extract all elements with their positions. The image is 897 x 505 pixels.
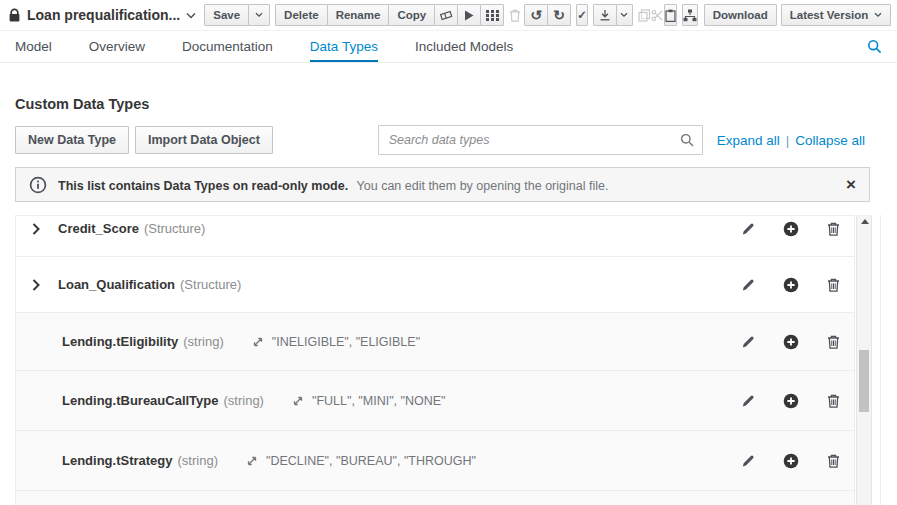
tab-search-icon[interactable] bbox=[867, 31, 882, 62]
delete-trash-icon[interactable] bbox=[827, 454, 840, 468]
save-button[interactable]: Save bbox=[204, 4, 249, 26]
data-type-kind: (string) bbox=[178, 453, 218, 468]
list-controls: New Data Type Import Data Object Expand … bbox=[15, 125, 865, 155]
add-plus-circle-icon[interactable] bbox=[783, 393, 799, 409]
constraint-arrows-icon bbox=[292, 395, 304, 407]
edit-pencil-icon[interactable] bbox=[741, 454, 755, 468]
new-data-type-button[interactable]: New Data Type bbox=[15, 126, 129, 154]
data-type-name: Credit_Score bbox=[58, 221, 139, 236]
data-type-kind: (string) bbox=[224, 393, 264, 408]
download-button[interactable]: Download bbox=[704, 4, 777, 26]
sitemap-icon[interactable] bbox=[682, 4, 698, 26]
edit-pencil-icon[interactable] bbox=[741, 335, 755, 349]
data-type-row-teligibility: Lending.tEligibility (string) "INELIGIBL… bbox=[16, 313, 854, 371]
data-type-name: Lending.tStrategy bbox=[62, 453, 173, 468]
add-plus-circle-icon[interactable] bbox=[783, 453, 799, 469]
redo-icon[interactable]: ↻ bbox=[547, 4, 571, 26]
alert-bold-text: This list contains Data Types on read-on… bbox=[58, 179, 348, 193]
expand-all-link[interactable]: Expand all bbox=[717, 133, 780, 148]
data-type-kind: (string) bbox=[183, 334, 223, 349]
cut-scissors-icon[interactable] bbox=[651, 4, 664, 26]
vertical-scrollbar[interactable] bbox=[856, 215, 872, 505]
chevron-right-icon[interactable] bbox=[32, 223, 44, 235]
constraint-arrows-icon bbox=[252, 336, 264, 348]
undo-icon[interactable]: ↺ bbox=[524, 4, 548, 26]
edit-pencil-icon[interactable] bbox=[741, 222, 755, 236]
delete-trash-icon[interactable] bbox=[827, 278, 840, 292]
row-actions bbox=[741, 277, 840, 293]
import-data-object-button[interactable]: Import Data Object bbox=[135, 126, 273, 154]
validate-eraser-icon[interactable] bbox=[434, 4, 458, 26]
document-title-group: Loan prequalification... bbox=[8, 7, 196, 23]
data-type-kind: (Structure) bbox=[180, 277, 241, 292]
constraint: "INELIGIBLE", "ELIGIBLE" bbox=[252, 335, 420, 349]
delete-button[interactable]: Delete bbox=[275, 4, 328, 26]
tab-overview[interactable]: Overview bbox=[89, 31, 145, 62]
row-actions bbox=[741, 221, 840, 237]
data-type-kind: (Structure) bbox=[144, 221, 205, 236]
tab-documentation[interactable]: Documentation bbox=[182, 31, 273, 62]
version-chevron-icon bbox=[874, 12, 882, 18]
add-plus-circle-icon[interactable] bbox=[783, 221, 799, 237]
data-type-row-tstrategy: Lending.tStrategy (string) "DECLINE", "B… bbox=[16, 431, 854, 491]
tab-model[interactable]: Model bbox=[15, 31, 52, 62]
collapse-all-link[interactable]: Collapse all bbox=[795, 133, 865, 148]
expand-collapse-links: Expand all|Collapse all bbox=[717, 133, 865, 148]
edit-pencil-icon[interactable] bbox=[741, 278, 755, 292]
constraint-values: "INELIGIBLE", "ELIGIBLE" bbox=[272, 335, 420, 349]
search-input[interactable] bbox=[378, 125, 703, 155]
delete-trash-icon[interactable] bbox=[827, 335, 840, 349]
download-split-icon-group bbox=[593, 4, 633, 26]
title-chevron-down-icon[interactable] bbox=[186, 12, 196, 19]
constraint-values: "FULL", "MINI", "NONE" bbox=[312, 394, 446, 408]
check-validate-icon[interactable]: ✓ bbox=[576, 4, 588, 26]
save-dropdown-button[interactable] bbox=[248, 4, 270, 26]
constraint-arrows-icon bbox=[246, 455, 258, 467]
trash-icon[interactable] bbox=[509, 4, 521, 26]
paste-clipboard-icon[interactable] bbox=[664, 4, 677, 26]
row-actions bbox=[741, 453, 840, 469]
data-type-row-loan-qualification: Loan_Qualification (Structure) bbox=[16, 257, 854, 313]
scroll-up-arrow-icon[interactable] bbox=[861, 219, 869, 224]
alert-close-icon[interactable]: × bbox=[846, 176, 856, 193]
row-actions bbox=[741, 334, 840, 350]
version-label: Latest Version bbox=[790, 9, 869, 21]
info-icon bbox=[29, 176, 47, 194]
grid-view-icon[interactable] bbox=[480, 4, 504, 26]
edit-pencil-icon[interactable] bbox=[741, 394, 755, 408]
save-split-button: Save bbox=[204, 4, 270, 26]
data-type-name: Lending.tEligibility bbox=[62, 334, 178, 349]
constraint-values: "DECLINE", "BUREAU", "THROUGH" bbox=[266, 454, 476, 468]
undo-redo-group: ↺ ↻ bbox=[524, 4, 571, 26]
version-dropdown-button[interactable]: Latest Version bbox=[781, 4, 892, 26]
tab-bar: Model Overview Documentation Data Types … bbox=[0, 31, 897, 63]
chevron-right-icon[interactable] bbox=[32, 279, 44, 291]
data-type-row-tbureaucalltype: Lending.tBureauCallType (string) "FULL",… bbox=[16, 371, 854, 431]
add-plus-circle-icon[interactable] bbox=[783, 277, 799, 293]
lock-icon bbox=[8, 8, 21, 23]
partial-row bbox=[16, 491, 854, 505]
data-type-row-credit-score: Credit_Score (Structure) bbox=[16, 215, 854, 257]
read-only-alert: This list contains Data Types on read-on… bbox=[15, 167, 870, 202]
delete-trash-icon[interactable] bbox=[827, 394, 840, 408]
masthead-toolbar: Loan prequalification... Save Delete Ren… bbox=[0, 0, 897, 31]
data-type-name: Lending.tBureauCallType bbox=[62, 393, 219, 408]
scrollbar-thumb[interactable] bbox=[859, 350, 869, 412]
constraint: "FULL", "MINI", "NONE" bbox=[292, 394, 446, 408]
document-title: Loan prequalification... bbox=[27, 7, 180, 23]
data-type-name: Loan_Qualification bbox=[58, 277, 175, 292]
run-play-icon[interactable] bbox=[457, 4, 481, 26]
delete-trash-icon[interactable] bbox=[827, 222, 840, 236]
tab-data-types[interactable]: Data Types bbox=[310, 31, 378, 62]
add-plus-circle-icon[interactable] bbox=[783, 334, 799, 350]
download-chevron-icon[interactable] bbox=[616, 4, 633, 26]
links-divider: | bbox=[786, 133, 790, 148]
tab-included-models[interactable]: Included Models bbox=[415, 31, 513, 62]
data-type-list: Credit_Score (Structure) Loan_Qualificat… bbox=[15, 215, 855, 505]
rename-button[interactable]: Rename bbox=[327, 4, 390, 26]
copy-button[interactable]: Copy bbox=[388, 4, 435, 26]
duplicate-icon[interactable] bbox=[638, 4, 651, 26]
constraint: "DECLINE", "BUREAU", "THROUGH" bbox=[246, 454, 476, 468]
version-dropdown: Latest Version bbox=[781, 4, 892, 26]
save-download-icon[interactable] bbox=[593, 4, 617, 26]
